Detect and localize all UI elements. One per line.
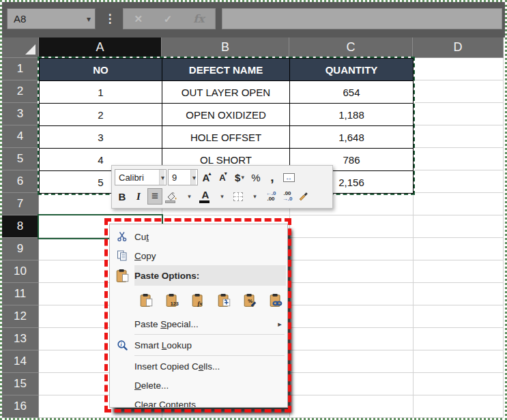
name-box[interactable]: A8 ▾ [7,8,96,29]
cell-D11[interactable] [413,283,504,305]
row-header-3[interactable]: 3 [2,103,39,125]
table-cell-qty[interactable]: 1,188 [290,104,414,126]
cell-D9[interactable] [413,238,504,260]
row-header-15[interactable]: 15 [2,373,39,395]
row-header-16[interactable]: 16 [2,395,39,418]
more-options-icon[interactable]: ⋮ [104,8,115,29]
table-header-cell[interactable]: QUANTITY [290,59,414,81]
cell-C11[interactable] [289,283,413,305]
menu-item-cut[interactable]: Cut [110,227,287,246]
cell-D15[interactable] [413,373,504,395]
paste-formatting-button[interactable]: % [241,290,259,310]
italic-button[interactable]: I [131,188,146,205]
cell-D6[interactable] [413,170,504,193]
cell-D3[interactable] [413,103,504,125]
comma-style-button[interactable]: , [265,169,280,185]
column-header-A[interactable]: A [39,38,162,58]
table-cell-defect[interactable]: OUT LAYER OPEN [162,81,290,104]
row-header-14[interactable]: 14 [2,350,39,373]
font-name-select[interactable]: Calibri ▾ [115,169,166,185]
menu-item-delete[interactable]: Delete... [110,376,287,395]
cell-D16[interactable] [413,395,504,418]
enter-icon[interactable]: ✓ [164,13,173,25]
format-painter-button[interactable] [296,188,311,205]
row-header-12[interactable]: 12 [2,305,39,328]
cell-D2[interactable] [413,80,504,103]
insert-function-icon[interactable]: fx [193,12,204,25]
menu-item-paste-options[interactable]: Paste Options: [110,265,287,286]
row-header-4[interactable]: 4 [2,125,39,148]
cell-D12[interactable] [413,305,504,328]
accounting-format-button[interactable]: $ ▾ [232,169,247,185]
paste-values-button[interactable]: 123 [163,290,181,310]
menu-item-clear-contents[interactable]: Clear Contents [110,395,287,408]
row-header-9[interactable]: 9 [2,238,39,260]
cell-C15[interactable] [289,373,413,395]
increase-font-size-button[interactable]: A ▴ [199,169,214,185]
cell-C16[interactable] [289,395,413,418]
cell-D14[interactable] [413,350,504,373]
font-color-button[interactable]: A [198,188,213,205]
cell-C12[interactable] [289,305,413,328]
cell-C9[interactable] [289,238,413,260]
chevron-down-icon[interactable]: ▾ [87,14,91,24]
menu-item-paste-special[interactable]: Paste Special...▸ [110,314,287,333]
menu-item-insert-copied-cells[interactable]: Insert Copied Cells... [110,357,287,376]
cell-C10[interactable] [289,260,413,283]
select-all-button[interactable] [2,38,39,58]
column-header-B[interactable]: B [162,38,289,58]
percent-style-button[interactable]: % [248,169,263,185]
paste-formulas-button[interactable]: fx [189,290,207,310]
row-header-5[interactable]: 5 [2,148,39,170]
cell-D13[interactable] [413,328,504,350]
table-cell-no[interactable]: 3 [40,126,162,149]
decrease-font-size-button[interactable]: A ▾ [216,169,231,185]
font-color-dropdown[interactable]: ▾ [214,188,229,205]
fill-color-dropdown[interactable]: ▾ [182,188,197,205]
borders-button[interactable] [231,188,246,205]
paste-link-button[interactable] [267,290,285,310]
paste-button[interactable] [137,290,155,310]
cancel-icon[interactable]: ✕ [134,13,143,25]
decrease-decimal-button[interactable]: .00 →.0 [280,188,295,205]
table-cell-no[interactable]: 2 [40,104,162,126]
font-size-select[interactable]: 9 ▾ [168,169,198,185]
table-cell-no[interactable]: 1 [40,81,162,104]
row-header-2[interactable]: 2 [2,80,39,103]
column-header-C[interactable]: C [289,38,413,58]
cell-D10[interactable] [413,260,504,283]
row-header-7[interactable]: 7 [2,193,39,215]
table-cell-qty[interactable]: 654 [290,81,414,104]
table-header-cell[interactable]: NO [40,59,162,81]
chevron-down-icon[interactable]: ▾ [190,170,196,185]
cell-D1[interactable] [413,58,504,80]
cell-C13[interactable] [289,328,413,350]
row-header-1[interactable]: 1 [2,58,39,80]
table-cell-defect[interactable]: OPEN OXIDIZED [162,104,290,126]
cell-C8[interactable] [289,215,413,238]
borders-dropdown[interactable]: ▾ [247,188,262,205]
table-header-cell[interactable]: DEFECT NAME [162,59,290,81]
row-header-6[interactable]: 6 [2,170,39,193]
row-header-8[interactable]: 8 [2,215,39,238]
row-header-13[interactable]: 13 [2,328,39,350]
menu-item-copy[interactable]: Copy [110,246,287,265]
bold-button[interactable]: B [115,188,130,205]
cell-D8[interactable] [413,215,504,238]
column-header-D[interactable]: D [413,38,504,58]
cell-C14[interactable] [289,350,413,373]
menu-item-smart-lookup[interactable]: iSmart Lookup [110,335,287,355]
row-header-10[interactable]: 10 [2,260,39,283]
row-header-11[interactable]: 11 [2,283,39,305]
fill-color-button[interactable] [164,188,180,205]
center-align-button[interactable]: ≡ [147,188,162,205]
paste-transpose-button[interactable] [215,290,233,310]
cell-D4[interactable] [413,125,504,148]
merge-center-button[interactable]: ↔ [281,169,296,185]
table-cell-defect[interactable]: HOLE OFFSET [162,126,290,149]
increase-decimal-button[interactable]: ←.0 .00 [263,188,278,205]
cell-D7[interactable] [413,193,504,215]
formula-bar-input[interactable] [222,8,502,29]
cell-D5[interactable] [413,148,504,170]
table-cell-qty[interactable]: 1,648 [290,126,414,149]
